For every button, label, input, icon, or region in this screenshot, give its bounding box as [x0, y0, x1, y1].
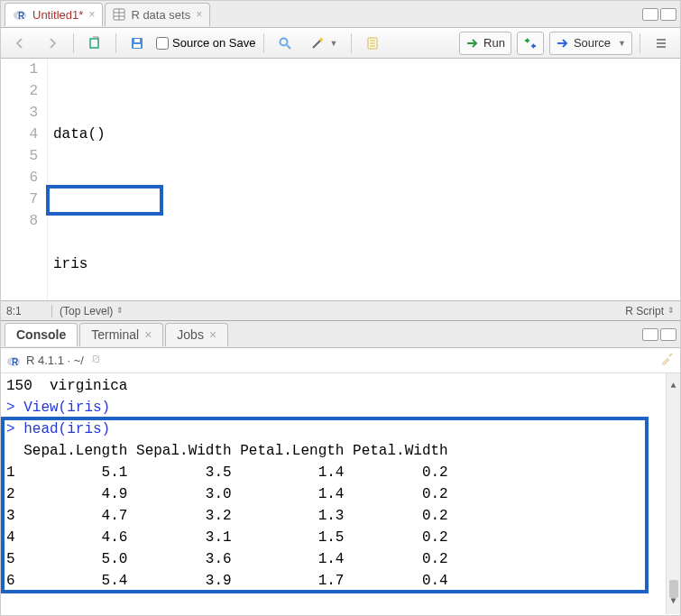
highlight-annotation: [46, 185, 163, 216]
source-label: Source: [574, 36, 611, 50]
pane-window-buttons: [642, 328, 676, 341]
editor-statusbar: 8:1 (Top Level) ⇕ R Script ⇕: [1, 300, 680, 320]
tab-console[interactable]: Console: [5, 323, 78, 346]
svg-text:R: R: [12, 357, 19, 367]
forward-button[interactable]: [39, 32, 66, 55]
source-arrow-icon: [556, 36, 570, 51]
popout-button[interactable]: [81, 32, 108, 55]
rerun-icon: [523, 36, 538, 51]
table-icon: [113, 8, 125, 21]
link-icon[interactable]: [89, 353, 102, 368]
svg-line-24: [669, 354, 672, 356]
wand-button[interactable]: ▼: [304, 32, 345, 55]
close-icon[interactable]: ×: [144, 327, 152, 342]
svg-rect-7: [90, 39, 98, 48]
cursor-position: 8:1: [6, 305, 51, 317]
arrow-right-icon: [45, 36, 60, 51]
popout-icon: [87, 36, 102, 51]
clear-console-button[interactable]: [658, 351, 675, 370]
updown-icon: ⇕: [116, 307, 124, 315]
find-button[interactable]: [271, 32, 299, 55]
updown-icon: ⇕: [667, 307, 675, 315]
save-icon: [130, 36, 144, 51]
scroll-thumb[interactable]: [669, 580, 678, 598]
tab-label: R data sets: [131, 8, 190, 22]
magnifier-icon: [278, 36, 292, 51]
arrow-left-icon: [13, 36, 27, 51]
code-editor[interactable]: 1 2 3 4 5 6 7 8 data() iris View(iris) h…: [1, 59, 680, 300]
tab-untitled[interactable]: R Untitled1* ×: [5, 3, 103, 26]
chevron-down-icon: ▼: [618, 39, 626, 48]
line-gutter: 1 2 3 4 5 6 7 8: [1, 59, 48, 300]
highlight-annotation: [1, 417, 649, 593]
source-toolbar: Source on Save ▼ Run Source▼: [1, 28, 680, 59]
chevron-down-icon: ▼: [330, 39, 338, 48]
tab-jobs[interactable]: Jobs×: [165, 323, 228, 346]
svg-line-13: [313, 40, 321, 48]
pane-window-buttons: [642, 8, 676, 21]
r-logo-icon: R: [6, 354, 21, 368]
wand-icon: [310, 36, 325, 51]
svg-line-12: [287, 45, 290, 49]
list-icon: [654, 36, 668, 51]
notebook-icon: [365, 36, 380, 51]
console-scrollbar[interactable]: ▲ ▼: [666, 373, 680, 614]
maximize-pane-button[interactable]: [660, 8, 676, 21]
save-button[interactable]: [124, 32, 151, 55]
console-header: R R 4.1.1 · ~/: [1, 348, 680, 373]
source-on-save-checkbox[interactable]: Source on Save: [156, 36, 256, 50]
tab-label: Untitled1*: [32, 8, 83, 22]
run-label: Run: [483, 36, 505, 50]
console-pane: Console Terminal× Jobs× R R 4.1.1 · ~/ 1…: [1, 321, 680, 614]
source-tabbar: R Untitled1* × R data sets ×: [1, 1, 680, 28]
close-icon[interactable]: ×: [88, 8, 95, 21]
outline-toggle-button[interactable]: [648, 32, 675, 55]
r-file-icon: R: [13, 7, 27, 22]
source-on-save-input[interactable]: [156, 37, 169, 50]
svg-point-11: [280, 38, 287, 45]
minimize-pane-button[interactable]: [642, 8, 658, 21]
close-icon[interactable]: ×: [209, 327, 216, 342]
source-on-save-label: Source on Save: [172, 36, 256, 50]
close-icon[interactable]: ×: [196, 8, 202, 21]
svg-rect-9: [134, 39, 140, 42]
scope-selector[interactable]: (Top Level) ⇕: [51, 305, 124, 317]
document-outline-button[interactable]: [359, 32, 386, 55]
scroll-up-icon[interactable]: ▲: [670, 375, 676, 397]
console-output[interactable]: 150 virginica > View(iris) > head(iris) …: [1, 373, 680, 614]
maximize-pane-button[interactable]: [660, 328, 676, 341]
code-area[interactable]: data() iris View(iris) head(iris): [48, 59, 680, 300]
run-arrow-icon: [465, 36, 480, 51]
svg-text:R: R: [18, 11, 25, 21]
source-button[interactable]: Source▼: [549, 32, 632, 55]
back-button[interactable]: [6, 32, 33, 55]
tab-datasets[interactable]: R data sets ×: [105, 3, 210, 26]
source-pane: R Untitled1* × R data sets × Source on S…: [1, 1, 680, 321]
console-tabbar: Console Terminal× Jobs×: [1, 321, 680, 348]
language-selector[interactable]: R Script ⇕: [625, 305, 675, 317]
tab-terminal[interactable]: Terminal×: [79, 323, 163, 346]
r-version-label: R 4.1.1 · ~/: [26, 354, 84, 367]
minimize-pane-button[interactable]: [642, 328, 658, 341]
svg-rect-10: [133, 44, 141, 48]
rerun-button[interactable]: [517, 32, 544, 55]
run-button[interactable]: Run: [459, 32, 511, 55]
